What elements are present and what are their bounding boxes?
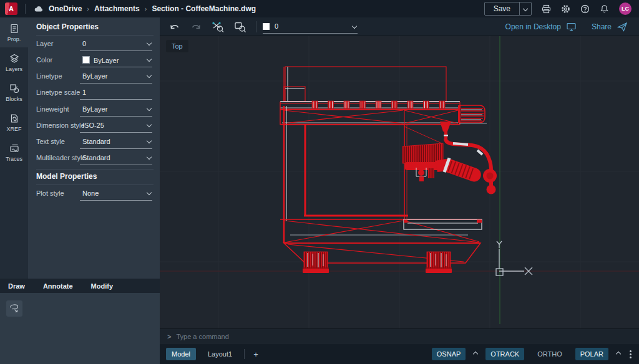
zoom-window-button[interactable] — [233, 21, 247, 33]
add-layout-button[interactable]: + — [253, 350, 258, 359]
color-swatch — [82, 56, 90, 64]
more-options-kebab-icon[interactable] — [630, 350, 632, 358]
view-cube-badge[interactable]: Top — [166, 40, 188, 52]
prop-label: Dimension style — [36, 122, 85, 129]
traces-icon — [9, 143, 20, 154]
command-input-placeholder: Type a command — [176, 333, 228, 340]
ortho-toggle[interactable]: ORTHO — [532, 348, 567, 360]
notifications-bell-icon[interactable] — [600, 4, 609, 14]
layer-dropdown-value: 0 — [275, 22, 278, 30]
prop-row-color: Color ByLayer — [36, 54, 154, 67]
osnap-options-chevron-icon[interactable] — [473, 352, 478, 357]
text-style-select[interactable]: Standard — [80, 135, 152, 149]
prop-label: Linetype scale — [36, 89, 80, 96]
sidebar-item-xref[interactable]: XREF — [0, 107, 28, 137]
polar-options-chevron-icon[interactable] — [616, 352, 621, 357]
properties-icon — [9, 23, 20, 34]
sidebar-item-layers[interactable]: Layers — [0, 47, 28, 77]
breadcrumb-separator: › — [87, 5, 89, 12]
coffee-machine-drawing — [160, 36, 639, 328]
tab-annotate[interactable]: Annotate — [43, 282, 73, 290]
share-paper-plane-icon[interactable] — [617, 22, 628, 32]
desktop-monitor-icon[interactable] — [566, 22, 577, 32]
sidebar-item-traces[interactable]: Traces — [0, 137, 28, 167]
sidebar-item-label: Prop. — [7, 36, 21, 42]
layer-dropdown[interactable]: 0 — [263, 19, 358, 34]
tab-modify[interactable]: Modify — [91, 282, 113, 290]
autocad-logo[interactable]: A — [5, 2, 17, 15]
prop-row-linetype-scale: Linetype scale 1 — [36, 86, 154, 100]
prop-label: Linetype — [36, 72, 62, 80]
lasso-select-icon — [8, 302, 21, 315]
divider — [36, 35, 154, 36]
sidebar-item-properties[interactable]: Prop. — [0, 17, 28, 47]
portafilter — [435, 156, 497, 184]
drawing-canvas[interactable]: Top — [160, 36, 639, 328]
layer-select[interactable]: 0 — [80, 37, 152, 51]
logo-letter: A — [9, 5, 14, 12]
tab-model[interactable]: Model — [166, 348, 196, 360]
grid-lines — [160, 36, 639, 328]
tab-draw[interactable]: Draw — [8, 282, 25, 290]
color-select[interactable]: ByLayer — [80, 54, 152, 67]
blocks-icon — [9, 83, 20, 94]
osnap-toggle[interactable]: OSNAP — [432, 348, 466, 360]
multileader-style-select[interactable]: Standard — [80, 151, 152, 165]
avatar-initials: LC — [622, 6, 629, 12]
otrack-toggle[interactable]: OTRACK — [485, 348, 524, 360]
breadcrumb-folder[interactable]: Attachments — [94, 4, 140, 13]
prop-row-layer: Layer 0 — [36, 37, 154, 51]
save-label: Save — [494, 4, 510, 13]
settings-gear-icon[interactable] — [561, 4, 570, 14]
plot-style-select[interactable]: None — [80, 187, 152, 201]
help-icon[interactable] — [580, 4, 590, 14]
print-icon[interactable] — [542, 4, 551, 14]
prop-row-text-style: Text style Standard — [36, 135, 154, 149]
open-in-desktop-button[interactable]: Open in Desktop — [505, 22, 561, 31]
divider — [36, 184, 154, 185]
prop-row-dimension-style: Dimension style ISO-25 — [36, 119, 154, 133]
sidebar-item-blocks[interactable]: Blocks — [0, 77, 28, 107]
prop-value: ByLayer — [94, 57, 119, 64]
command-prompt-icon: > — [167, 333, 171, 340]
linetype-scale-input[interactable]: 1 — [80, 86, 152, 100]
chevron-down-icon — [147, 190, 152, 195]
dimension-style-select[interactable]: ISO-25 — [80, 119, 152, 133]
zoom-extents-button[interactable] — [211, 21, 225, 33]
top-bar: A OneDrive › Attachments › Section - Cof… — [0, 0, 639, 17]
select-lasso-tool-button[interactable] — [6, 300, 22, 317]
prop-label: Text style — [36, 138, 65, 145]
divider — [256, 21, 256, 32]
divider — [25, 4, 26, 14]
tab-layout1[interactable]: Layout1 — [202, 348, 238, 360]
draw-tool-panel — [0, 293, 160, 364]
command-bar[interactable]: > Type a command — [160, 328, 639, 344]
chevron-down-icon — [147, 122, 152, 127]
save-dropdown-button[interactable] — [519, 2, 531, 15]
ucs-y-label — [497, 241, 502, 248]
chevron-down-icon — [147, 106, 152, 111]
cup-rail-posts — [312, 101, 445, 108]
machine-foot — [303, 252, 329, 273]
ribbon-tab-bar: Draw Annotate Modify — [0, 279, 160, 293]
save-button[interactable]: Save — [485, 2, 519, 15]
share-button[interactable]: Share — [592, 22, 612, 31]
cloud-icon — [33, 4, 44, 13]
layer-color-swatch — [263, 23, 270, 30]
ucs-icon — [496, 241, 532, 275]
undo-button[interactable] — [168, 22, 181, 32]
user-avatar[interactable]: LC — [619, 2, 632, 15]
linetype-select[interactable]: ByLayer — [80, 70, 152, 84]
chevron-down-icon — [147, 155, 152, 160]
polar-toggle[interactable]: POLAR — [575, 348, 608, 360]
redo-button[interactable] — [190, 22, 202, 32]
chevron-down-icon — [147, 57, 152, 62]
chevron-down-icon — [147, 138, 152, 143]
machine-foot — [426, 252, 452, 273]
breadcrumb-drive[interactable]: OneDrive — [49, 4, 82, 13]
lineweight-select[interactable]: ByLayer — [80, 103, 152, 117]
group-head — [402, 127, 444, 181]
sidebar-item-label: XREF — [6, 126, 21, 132]
chevron-down-icon — [352, 24, 357, 29]
chevron-down-icon — [147, 41, 152, 46]
